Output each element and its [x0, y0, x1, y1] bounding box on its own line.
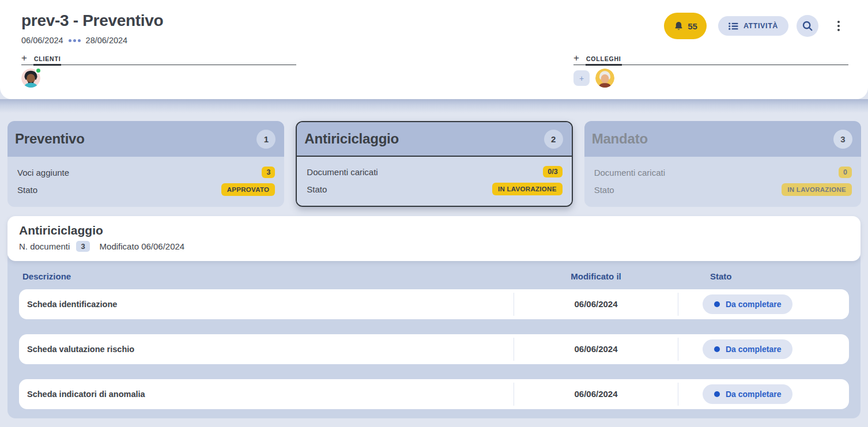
page-header: prev-3 - Preventivo 06/06/2024 28/06/202… [0, 0, 868, 99]
clients-avatars [21, 69, 296, 88]
column-modified: Modificato il [514, 271, 678, 281]
client-avatar[interactable] [21, 69, 40, 88]
colleagues-label: COLLEGHI [586, 55, 622, 66]
card-preventivo[interactable]: Preventivo 1 Voci aggiunte 3 Stato APPRO… [7, 121, 284, 207]
column-description: Descrizione [19, 271, 514, 281]
kebab-menu-icon [837, 21, 840, 23]
row-description: Scheda identificazione [19, 300, 514, 309]
card-index-badge: 3 [833, 130, 852, 149]
row-status-cell: Da completare [678, 294, 849, 314]
card-row: Stato IN LAVORAZIONE [594, 183, 852, 196]
table-row[interactable]: Scheda identificazione 06/06/2024 Da com… [19, 289, 849, 319]
card-title: Antiriciclaggio [304, 131, 399, 147]
card-antiriciclaggio-header: Antiriciclaggio 2 [297, 122, 571, 157]
card-title: Preventivo [15, 131, 85, 147]
app-screen: prev-3 - Preventivo 06/06/2024 28/06/202… [0, 0, 868, 427]
table-row[interactable]: Scheda indicatori di anomalia 06/06/2024… [19, 379, 849, 409]
page-title: prev-3 - Preventivo [21, 12, 163, 30]
docs-label: N. documenti [19, 241, 70, 251]
status-pill: Da completare [703, 294, 792, 314]
add-colleague-plus-icon[interactable]: + [573, 53, 579, 65]
add-colleague-button[interactable]: + [573, 70, 590, 86]
status-text: Da completare [726, 345, 781, 354]
activity-label: ATTIVITÀ [744, 22, 778, 30]
antiriciclaggio-panel: Antiriciclaggio N. documenti 3 Modificat… [7, 216, 861, 418]
colleagues-section: + COLLEGHI + [573, 53, 848, 88]
clients-label: CLIENTI [33, 55, 61, 66]
row-modified-date: 06/06/2024 [514, 338, 678, 361]
card-index-badge: 1 [256, 130, 276, 149]
status-badge: IN LAVORAZIONE [782, 183, 852, 196]
date-range: 06/06/2024 28/06/2024 [21, 36, 127, 45]
count-badge: 0/3 [543, 166, 562, 177]
kebab-menu-button[interactable] [833, 14, 844, 37]
workflow-cards: Preventivo 1 Voci aggiunte 3 Stato APPRO… [7, 121, 861, 207]
card-row: Voci aggiunte 3 [17, 167, 275, 178]
card-antiriciclaggio[interactable]: Antiriciclaggio 2 Documenti caricati 0/3… [296, 121, 572, 207]
status-text: Da completare [726, 390, 781, 399]
status-dot-icon [714, 391, 720, 397]
row-label: Stato [17, 185, 37, 195]
row-status-cell: Da completare [678, 384, 849, 404]
card-row: Stato APPROVATO [17, 183, 275, 196]
bell-icon [673, 21, 684, 32]
row-description: Scheda indicatori di anomalia [19, 390, 514, 399]
search-button[interactable] [797, 15, 818, 37]
panel-title: Antiriciclaggio [19, 224, 861, 237]
notifications-count: 55 [688, 21, 697, 31]
colleagues-avatars: + [573, 69, 848, 88]
date-end: 28/06/2024 [86, 36, 128, 45]
table-column-headers: Descrizione Modificato il Stato [19, 271, 849, 281]
row-label: Stato [307, 184, 327, 194]
row-modified-date: 06/06/2024 [514, 383, 678, 406]
status-dot-icon [714, 301, 720, 307]
status-badge: IN LAVORAZIONE [492, 183, 563, 195]
card-mandato[interactable]: Mandato 3 Documenti caricati 0 Stato IN … [584, 121, 861, 207]
table-row[interactable]: Scheda valutazione rischio 06/06/2024 Da… [19, 334, 849, 364]
panel-header: Antiriciclaggio N. documenti 3 Modificat… [7, 216, 861, 261]
card-row: Documenti caricati 0 [594, 167, 852, 178]
docs-count-badge: 3 [76, 241, 89, 252]
search-icon [802, 20, 813, 32]
colleagues-tab[interactable]: + COLLEGHI [573, 53, 848, 65]
card-index-badge: 2 [544, 130, 563, 149]
row-description: Scheda valutazione rischio [19, 345, 514, 354]
notifications-button[interactable]: 55 [664, 13, 707, 39]
row-modified-date: 06/06/2024 [514, 293, 678, 316]
add-client-plus-icon[interactable]: + [21, 53, 27, 65]
modified-label: Modificato 06/06/2024 [100, 241, 185, 251]
card-antiriciclaggio-body: Documenti caricati 0/3 Stato IN LAVORAZI… [297, 157, 571, 206]
panel-meta: N. documenti 3 Modificato 06/06/2024 [19, 241, 861, 252]
card-preventivo-header: Preventivo 1 [7, 121, 284, 157]
header-shadow [0, 99, 868, 113]
colleague-avatar[interactable] [595, 69, 614, 88]
row-label: Documenti caricati [594, 168, 665, 177]
row-label: Voci aggiunte [17, 168, 69, 177]
colleague-avatar-image [595, 69, 614, 88]
activity-list-icon [729, 22, 738, 31]
card-mandato-body: Documenti caricati 0 Stato IN LAVORAZION… [584, 157, 861, 207]
date-start: 06/06/2024 [21, 36, 63, 45]
card-row: Documenti caricati 0/3 [307, 166, 562, 177]
card-row: Stato IN LAVORAZIONE [307, 183, 562, 195]
row-label: Documenti caricati [307, 167, 378, 177]
count-badge: 0 [839, 167, 852, 178]
date-range-dots-icon [68, 39, 81, 42]
card-title: Mandato [592, 131, 648, 147]
row-label: Stato [594, 185, 614, 195]
status-badge: APPROVATO [221, 183, 276, 196]
card-preventivo-body: Voci aggiunte 3 Stato APPROVATO [7, 157, 284, 207]
clients-section: + CLIENTI [21, 53, 296, 88]
header-actions: 55 ATTIVITÀ [664, 13, 844, 39]
count-badge: 3 [262, 167, 275, 178]
status-text: Da completare [726, 300, 781, 309]
row-status-cell: Da completare [678, 339, 849, 359]
clients-tab[interactable]: + CLIENTI [21, 53, 296, 65]
status-dot-icon [714, 346, 720, 352]
online-status-dot [35, 67, 41, 74]
status-pill: Da completare [703, 339, 792, 359]
status-pill: Da completare [703, 384, 792, 404]
card-mandato-header: Mandato 3 [584, 121, 861, 157]
column-status: Stato [678, 271, 849, 281]
activity-button[interactable]: ATTIVITÀ [718, 16, 788, 36]
